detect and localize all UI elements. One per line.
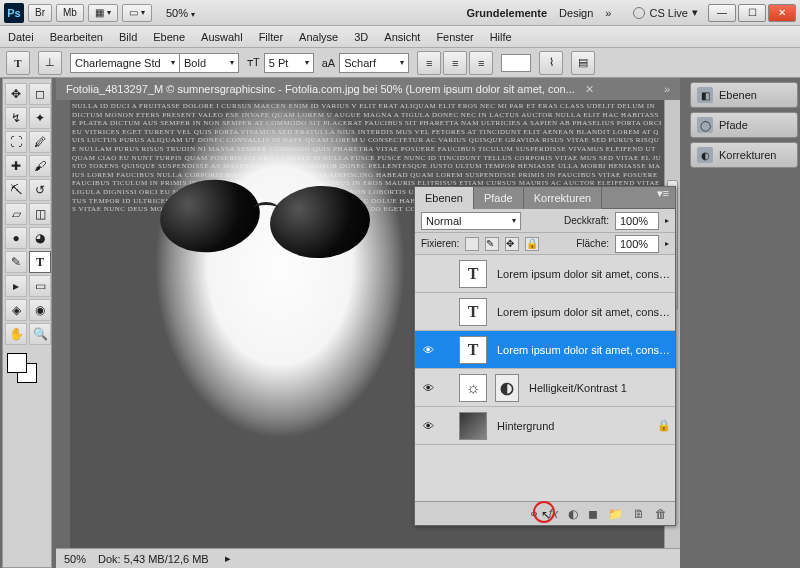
shape-tool[interactable]: ▭ bbox=[29, 275, 51, 297]
marquee-tool[interactable]: ◻ bbox=[29, 83, 51, 105]
layer-mask-button[interactable]: ◐ bbox=[568, 507, 578, 521]
panel-menu-button[interactable]: ▾≡ bbox=[651, 187, 675, 208]
blend-mode-dropdown[interactable]: Normal bbox=[421, 212, 521, 230]
dock-paths-button[interactable]: ◯Pfade bbox=[690, 112, 798, 138]
3d-tool[interactable]: ◈ bbox=[5, 299, 27, 321]
layer-row[interactable]: 👁☼◐Helligkeit/Kontrast 1 bbox=[415, 369, 675, 407]
fill-input[interactable]: 100% bbox=[615, 235, 659, 253]
pen-tool[interactable]: ✎ bbox=[5, 251, 27, 273]
layer-name[interactable]: Hintergrund bbox=[497, 420, 651, 432]
align-left-button[interactable]: ≡ bbox=[417, 51, 441, 75]
stamp-tool[interactable]: ⛏ bbox=[5, 179, 27, 201]
document-tab[interactable]: Fotolia_4813297_M © sumnersgraphicsinc -… bbox=[56, 78, 680, 100]
visibility-toggle[interactable] bbox=[419, 303, 437, 321]
view-extras-button[interactable]: ▦ bbox=[88, 4, 118, 22]
font-family-dropdown[interactable]: Charlemagne Std bbox=[70, 53, 180, 73]
status-doc-size[interactable]: Dok: 5,43 MB/12,6 MB bbox=[98, 553, 209, 565]
layer-row[interactable]: 👁TLorem ipsum dolor sit amet, conse... bbox=[415, 331, 675, 369]
workspace-essentials[interactable]: Grundelemente bbox=[466, 7, 547, 19]
zoom-level-dropdown[interactable]: 50% bbox=[166, 7, 195, 19]
maximize-button[interactable]: ☐ bbox=[738, 4, 766, 22]
type-tool[interactable]: T bbox=[29, 251, 51, 273]
lasso-tool[interactable]: ↯ bbox=[5, 107, 27, 129]
warp-text-button[interactable]: ⌇ bbox=[539, 51, 563, 75]
dock-corrections-button[interactable]: ◐Korrekturen bbox=[690, 142, 798, 168]
workspace-design[interactable]: Design bbox=[559, 7, 593, 19]
menu-3d[interactable]: 3D bbox=[354, 31, 368, 43]
menu-select[interactable]: Auswahl bbox=[201, 31, 243, 43]
layer-name[interactable]: Helligkeit/Kontrast 1 bbox=[529, 382, 671, 394]
lock-all-button[interactable]: 🔒 bbox=[525, 237, 539, 251]
path-select-tool[interactable]: ▸ bbox=[5, 275, 27, 297]
layer-thumbnail[interactable]: ☼ bbox=[459, 374, 487, 402]
panel-tab-corrections[interactable]: Korrekturen bbox=[524, 187, 602, 209]
panel-tab-paths[interactable]: Pfade bbox=[474, 187, 524, 209]
layer-name[interactable]: Lorem ipsum dolor sit amet, conse... bbox=[497, 344, 671, 356]
dock-layers-button[interactable]: ◧Ebenen bbox=[690, 82, 798, 108]
menu-analysis[interactable]: Analyse bbox=[299, 31, 338, 43]
close-button[interactable]: ✕ bbox=[768, 4, 796, 22]
layer-thumbnail[interactable] bbox=[459, 412, 487, 440]
visibility-toggle[interactable] bbox=[419, 265, 437, 283]
layer-thumbnail[interactable]: T bbox=[459, 298, 487, 326]
gradient-tool[interactable]: ◫ bbox=[29, 203, 51, 225]
move-tool[interactable]: ✥ bbox=[5, 83, 27, 105]
menu-help[interactable]: Hilfe bbox=[490, 31, 512, 43]
layer-row[interactable]: 👁Hintergrund🔒 bbox=[415, 407, 675, 445]
zoom-tool[interactable]: 🔍 bbox=[29, 323, 51, 345]
layer-thumbnail[interactable]: T bbox=[459, 336, 487, 364]
eyedropper-tool[interactable]: 🖉 bbox=[29, 131, 51, 153]
delete-layer-button[interactable]: 🗑 bbox=[655, 507, 667, 521]
heal-tool[interactable]: ✚ bbox=[5, 155, 27, 177]
lock-position-button[interactable]: ✥ bbox=[505, 237, 519, 251]
status-zoom[interactable]: 50% bbox=[64, 553, 86, 565]
align-center-button[interactable]: ≡ bbox=[443, 51, 467, 75]
lock-transparency-button[interactable] bbox=[465, 237, 479, 251]
bridge-button[interactable]: Br bbox=[28, 4, 52, 22]
menu-view[interactable]: Ansicht bbox=[384, 31, 420, 43]
foreground-color[interactable] bbox=[7, 353, 27, 373]
link-layers-button[interactable]: ⚭ bbox=[529, 507, 539, 521]
tool-preset-button[interactable]: T bbox=[6, 51, 30, 75]
close-document-button[interactable]: ✕ bbox=[583, 82, 597, 96]
history-brush-tool[interactable]: ↺ bbox=[29, 179, 51, 201]
visibility-toggle[interactable]: 👁 bbox=[419, 379, 437, 397]
menu-file[interactable]: Datei bbox=[8, 31, 34, 43]
dodge-tool[interactable]: ◕ bbox=[29, 227, 51, 249]
menu-edit[interactable]: Bearbeiten bbox=[50, 31, 103, 43]
text-color-swatch[interactable] bbox=[501, 54, 531, 72]
opacity-input[interactable]: 100% bbox=[615, 212, 659, 230]
minibridge-button[interactable]: Mb bbox=[56, 4, 84, 22]
menu-image[interactable]: Bild bbox=[119, 31, 137, 43]
fx-button[interactable]: fx bbox=[549, 507, 558, 521]
layer-name[interactable]: Lorem ipsum dolor sit amet, consectet... bbox=[497, 268, 671, 280]
font-size-input[interactable]: 5 Pt bbox=[264, 53, 314, 73]
antialias-dropdown[interactable]: Scharf bbox=[339, 53, 409, 73]
menu-window[interactable]: Fenster bbox=[436, 31, 473, 43]
lock-pixels-button[interactable]: ✎ bbox=[485, 237, 499, 251]
menu-layer[interactable]: Ebene bbox=[153, 31, 185, 43]
tab-scroll-button[interactable]: » bbox=[664, 83, 670, 95]
visibility-toggle[interactable]: 👁 bbox=[419, 341, 437, 359]
text-orientation-button[interactable]: ⊥ bbox=[38, 51, 62, 75]
font-weight-dropdown[interactable]: Bold bbox=[179, 53, 239, 73]
group-button[interactable]: 📁 bbox=[608, 507, 623, 521]
workspace-more[interactable]: » bbox=[605, 7, 611, 19]
screen-mode-button[interactable]: ▭ bbox=[122, 4, 152, 22]
adjustment-layer-button[interactable]: ◼ bbox=[588, 507, 598, 521]
layer-thumbnail[interactable]: T bbox=[459, 260, 487, 288]
brush-tool[interactable]: 🖌 bbox=[29, 155, 51, 177]
minimize-button[interactable]: — bbox=[708, 4, 736, 22]
color-indicator[interactable] bbox=[5, 353, 39, 383]
new-layer-button[interactable]: 🗎 bbox=[633, 507, 645, 521]
layer-name[interactable]: Lorem ipsum dolor sit amet, consectet... bbox=[497, 306, 671, 318]
layer-row[interactable]: TLorem ipsum dolor sit amet, consectet..… bbox=[415, 255, 675, 293]
hand-tool[interactable]: ✋ bbox=[5, 323, 27, 345]
crop-tool[interactable]: ⛶ bbox=[5, 131, 27, 153]
3d-camera-tool[interactable]: ◉ bbox=[29, 299, 51, 321]
panel-tab-layers[interactable]: Ebenen bbox=[415, 187, 474, 209]
character-panel-button[interactable]: ▤ bbox=[571, 51, 595, 75]
menu-filter[interactable]: Filter bbox=[259, 31, 283, 43]
align-right-button[interactable]: ≡ bbox=[469, 51, 493, 75]
blur-tool[interactable]: ● bbox=[5, 227, 27, 249]
